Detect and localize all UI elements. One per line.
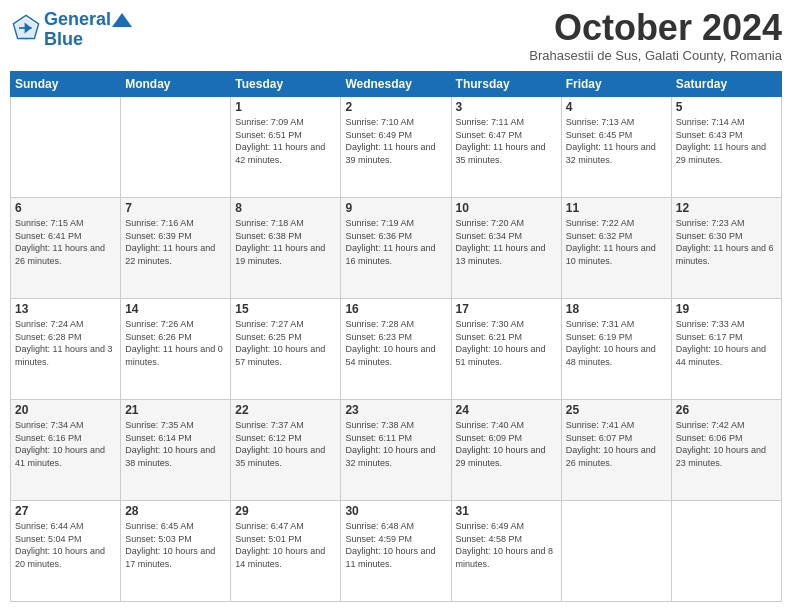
calendar-cell: 5Sunrise: 7:14 AMSunset: 6:43 PMDaylight… [671, 97, 781, 198]
cell-sun-info: Sunrise: 6:45 AMSunset: 5:03 PMDaylight:… [125, 520, 226, 570]
cell-day-number: 4 [566, 100, 667, 114]
calendar-cell: 9Sunrise: 7:19 AMSunset: 6:36 PMDaylight… [341, 198, 451, 299]
cell-sun-info: Sunrise: 7:27 AMSunset: 6:25 PMDaylight:… [235, 318, 336, 368]
day-header-tuesday: Tuesday [231, 72, 341, 97]
cell-sun-info: Sunrise: 7:35 AMSunset: 6:14 PMDaylight:… [125, 419, 226, 469]
cell-sun-info: Sunrise: 6:49 AMSunset: 4:58 PMDaylight:… [456, 520, 557, 570]
cell-sun-info: Sunrise: 7:42 AMSunset: 6:06 PMDaylight:… [676, 419, 777, 469]
calendar-cell: 13Sunrise: 7:24 AMSunset: 6:28 PMDayligh… [11, 299, 121, 400]
day-header-thursday: Thursday [451, 72, 561, 97]
cell-day-number: 3 [456, 100, 557, 114]
cell-sun-info: Sunrise: 7:41 AMSunset: 6:07 PMDaylight:… [566, 419, 667, 469]
week-row-5: 27Sunrise: 6:44 AMSunset: 5:04 PMDayligh… [11, 501, 782, 602]
cell-day-number: 26 [676, 403, 777, 417]
svg-marker-2 [112, 13, 132, 27]
calendar-cell: 1Sunrise: 7:09 AMSunset: 6:51 PMDaylight… [231, 97, 341, 198]
calendar-cell: 8Sunrise: 7:18 AMSunset: 6:38 PMDaylight… [231, 198, 341, 299]
logo: General Blue [10, 10, 132, 50]
calendar-cell: 17Sunrise: 7:30 AMSunset: 6:21 PMDayligh… [451, 299, 561, 400]
day-header-monday: Monday [121, 72, 231, 97]
logo-triangle [112, 13, 132, 27]
days-header-row: SundayMondayTuesdayWednesdayThursdayFrid… [11, 72, 782, 97]
cell-sun-info: Sunrise: 7:20 AMSunset: 6:34 PMDaylight:… [456, 217, 557, 267]
cell-day-number: 30 [345, 504, 446, 518]
cell-day-number: 9 [345, 201, 446, 215]
calendar-table: SundayMondayTuesdayWednesdayThursdayFrid… [10, 71, 782, 602]
cell-day-number: 1 [235, 100, 336, 114]
calendar-cell: 19Sunrise: 7:33 AMSunset: 6:17 PMDayligh… [671, 299, 781, 400]
cell-day-number: 12 [676, 201, 777, 215]
cell-sun-info: Sunrise: 7:28 AMSunset: 6:23 PMDaylight:… [345, 318, 446, 368]
cell-day-number: 17 [456, 302, 557, 316]
cell-day-number: 25 [566, 403, 667, 417]
cell-day-number: 31 [456, 504, 557, 518]
calendar-cell: 14Sunrise: 7:26 AMSunset: 6:26 PMDayligh… [121, 299, 231, 400]
calendar-cell: 2Sunrise: 7:10 AMSunset: 6:49 PMDaylight… [341, 97, 451, 198]
page: General Blue October 2024 Brahasestii de… [0, 0, 792, 612]
cell-day-number: 13 [15, 302, 116, 316]
cell-sun-info: Sunrise: 6:48 AMSunset: 4:59 PMDaylight:… [345, 520, 446, 570]
calendar-cell: 3Sunrise: 7:11 AMSunset: 6:47 PMDaylight… [451, 97, 561, 198]
cell-day-number: 18 [566, 302, 667, 316]
cell-day-number: 10 [456, 201, 557, 215]
logo-line2: Blue [44, 30, 132, 50]
cell-day-number: 20 [15, 403, 116, 417]
logo-icon [12, 14, 40, 42]
calendar-cell: 12Sunrise: 7:23 AMSunset: 6:30 PMDayligh… [671, 198, 781, 299]
calendar-cell: 7Sunrise: 7:16 AMSunset: 6:39 PMDaylight… [121, 198, 231, 299]
week-row-3: 13Sunrise: 7:24 AMSunset: 6:28 PMDayligh… [11, 299, 782, 400]
cell-sun-info: Sunrise: 7:19 AMSunset: 6:36 PMDaylight:… [345, 217, 446, 267]
cell-sun-info: Sunrise: 7:24 AMSunset: 6:28 PMDaylight:… [15, 318, 116, 368]
calendar-cell: 31Sunrise: 6:49 AMSunset: 4:58 PMDayligh… [451, 501, 561, 602]
calendar-cell: 29Sunrise: 6:47 AMSunset: 5:01 PMDayligh… [231, 501, 341, 602]
cell-sun-info: Sunrise: 7:23 AMSunset: 6:30 PMDaylight:… [676, 217, 777, 267]
cell-day-number: 7 [125, 201, 226, 215]
calendar-cell: 25Sunrise: 7:41 AMSunset: 6:07 PMDayligh… [561, 400, 671, 501]
cell-day-number: 27 [15, 504, 116, 518]
calendar-cell [671, 501, 781, 602]
logo-line1: General [44, 9, 111, 29]
cell-sun-info: Sunrise: 7:13 AMSunset: 6:45 PMDaylight:… [566, 116, 667, 166]
cell-sun-info: Sunrise: 7:22 AMSunset: 6:32 PMDaylight:… [566, 217, 667, 267]
calendar-cell [121, 97, 231, 198]
cell-sun-info: Sunrise: 7:18 AMSunset: 6:38 PMDaylight:… [235, 217, 336, 267]
day-header-friday: Friday [561, 72, 671, 97]
cell-day-number: 21 [125, 403, 226, 417]
week-row-1: 1Sunrise: 7:09 AMSunset: 6:51 PMDaylight… [11, 97, 782, 198]
calendar-cell [11, 97, 121, 198]
cell-sun-info: Sunrise: 7:14 AMSunset: 6:43 PMDaylight:… [676, 116, 777, 166]
calendar-cell: 11Sunrise: 7:22 AMSunset: 6:32 PMDayligh… [561, 198, 671, 299]
calendar-cell: 15Sunrise: 7:27 AMSunset: 6:25 PMDayligh… [231, 299, 341, 400]
cell-sun-info: Sunrise: 6:44 AMSunset: 5:04 PMDaylight:… [15, 520, 116, 570]
calendar-cell: 22Sunrise: 7:37 AMSunset: 6:12 PMDayligh… [231, 400, 341, 501]
calendar-cell: 21Sunrise: 7:35 AMSunset: 6:14 PMDayligh… [121, 400, 231, 501]
cell-day-number: 8 [235, 201, 336, 215]
cell-sun-info: Sunrise: 7:38 AMSunset: 6:11 PMDaylight:… [345, 419, 446, 469]
calendar-cell: 10Sunrise: 7:20 AMSunset: 6:34 PMDayligh… [451, 198, 561, 299]
cell-day-number: 11 [566, 201, 667, 215]
cell-sun-info: Sunrise: 7:09 AMSunset: 6:51 PMDaylight:… [235, 116, 336, 166]
calendar-cell: 4Sunrise: 7:13 AMSunset: 6:45 PMDaylight… [561, 97, 671, 198]
cell-day-number: 14 [125, 302, 226, 316]
calendar-cell: 18Sunrise: 7:31 AMSunset: 6:19 PMDayligh… [561, 299, 671, 400]
cell-sun-info: Sunrise: 7:33 AMSunset: 6:17 PMDaylight:… [676, 318, 777, 368]
cell-day-number: 22 [235, 403, 336, 417]
cell-sun-info: Sunrise: 6:47 AMSunset: 5:01 PMDaylight:… [235, 520, 336, 570]
cell-sun-info: Sunrise: 7:34 AMSunset: 6:16 PMDaylight:… [15, 419, 116, 469]
cell-sun-info: Sunrise: 7:16 AMSunset: 6:39 PMDaylight:… [125, 217, 226, 267]
cell-sun-info: Sunrise: 7:31 AMSunset: 6:19 PMDaylight:… [566, 318, 667, 368]
cell-sun-info: Sunrise: 7:15 AMSunset: 6:41 PMDaylight:… [15, 217, 116, 267]
cell-day-number: 6 [15, 201, 116, 215]
cell-sun-info: Sunrise: 7:11 AMSunset: 6:47 PMDaylight:… [456, 116, 557, 166]
cell-day-number: 29 [235, 504, 336, 518]
cell-sun-info: Sunrise: 7:40 AMSunset: 6:09 PMDaylight:… [456, 419, 557, 469]
title-block: October 2024 Brahasestii de Sus, Galati … [529, 10, 782, 63]
calendar-cell: 24Sunrise: 7:40 AMSunset: 6:09 PMDayligh… [451, 400, 561, 501]
day-header-saturday: Saturday [671, 72, 781, 97]
header: General Blue October 2024 Brahasestii de… [10, 10, 782, 63]
day-header-sunday: Sunday [11, 72, 121, 97]
week-row-4: 20Sunrise: 7:34 AMSunset: 6:16 PMDayligh… [11, 400, 782, 501]
cell-day-number: 19 [676, 302, 777, 316]
logo-text: General [44, 10, 132, 30]
cell-day-number: 28 [125, 504, 226, 518]
